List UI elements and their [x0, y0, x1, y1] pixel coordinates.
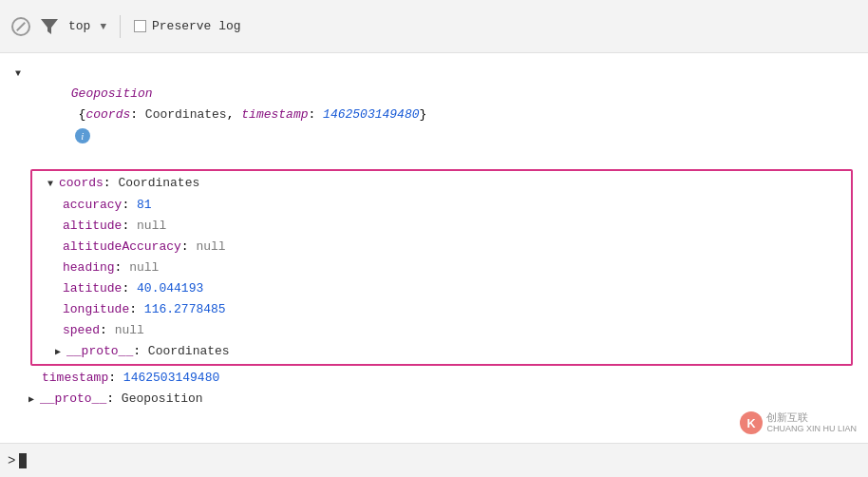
- altitude-line: altitude : null: [32, 216, 851, 237]
- proto-geo-key: __proto__: [40, 389, 106, 410]
- longitude-value: 116.2778485: [144, 299, 226, 320]
- preserve-log-checkbox[interactable]: [134, 20, 146, 32]
- prompt-icon: >: [8, 453, 15, 468]
- accuracy-value: 81: [137, 195, 152, 216]
- speed-line: speed : null: [32, 320, 851, 341]
- altitude-key: altitude: [63, 216, 122, 237]
- timestamp-line: timestamp : 1462503149480: [15, 368, 853, 389]
- accuracy-key: accuracy: [63, 195, 122, 216]
- preserve-log-label: Preserve log: [152, 19, 241, 33]
- watermark: K 创新互联 CHUANG XIN HU LIAN: [740, 410, 857, 435]
- context-selector[interactable]: top: [68, 19, 90, 33]
- accuracy-line: accuracy : 81: [32, 195, 851, 216]
- proto-geo-line: __proto__ : Geoposition: [15, 389, 853, 410]
- speed-value: null: [115, 320, 144, 341]
- coords-key: coords: [59, 173, 104, 194]
- toolbar: top ▼ Preserve log: [0, 0, 868, 53]
- bottom-bar: >: [0, 443, 868, 477]
- timestamp-key: timestamp: [42, 368, 108, 389]
- watermark-logo: K: [740, 411, 763, 434]
- heading-line: heading : null: [32, 258, 851, 278]
- context-value: top: [68, 19, 90, 33]
- no-entry-icon[interactable]: [11, 17, 30, 36]
- altitude-accuracy-value: null: [196, 237, 225, 258]
- geoposition-label: Geoposition: [71, 86, 153, 101]
- svg-text:K: K: [747, 417, 756, 430]
- coords-line: coords : Coordinates: [32, 173, 851, 194]
- longitude-key: longitude: [63, 299, 129, 320]
- dropdown-arrow-icon[interactable]: ▼: [100, 21, 106, 32]
- proto-geo-value: Geoposition: [122, 389, 203, 410]
- longitude-line: longitude : 116.2778485: [32, 299, 851, 320]
- preserve-log-area[interactable]: Preserve log: [134, 19, 241, 33]
- proto-geo-toggle[interactable]: [28, 389, 40, 410]
- altitude-accuracy-key: altitudeAccuracy: [63, 237, 181, 258]
- watermark-text: 创新互联 CHUANG XIN HU LIAN: [766, 410, 857, 435]
- svg-marker-0: [41, 19, 58, 34]
- geoposition-root-line: Geoposition {coords: Coordinates, timest…: [15, 63, 853, 167]
- proto-coords-key: __proto__: [66, 341, 133, 362]
- info-icon[interactable]: i: [75, 128, 90, 143]
- proto-coords-toggle[interactable]: [55, 341, 66, 362]
- proto-coords-value: Coordinates: [148, 341, 230, 362]
- filter-icon[interactable]: [40, 17, 59, 36]
- toolbar-separator: [120, 15, 121, 38]
- geoposition-toggle[interactable]: [15, 63, 27, 84]
- latitude-value: 40.044193: [137, 278, 203, 299]
- heading-value: null: [129, 258, 159, 278]
- latitude-line: latitude : 40.044193: [32, 278, 851, 299]
- coords-value: Coordinates: [118, 173, 199, 194]
- altitude-value: null: [137, 216, 166, 237]
- proto-coords-line: __proto__ : Coordinates: [32, 341, 851, 362]
- timestamp-value: 1462503149480: [123, 368, 219, 389]
- altitude-accuracy-line: altitudeAccuracy : null: [32, 237, 851, 258]
- heading-key: heading: [63, 258, 115, 278]
- main-content: Geoposition {coords: Coordinates, timest…: [0, 53, 868, 420]
- coords-toggle[interactable]: [47, 173, 59, 194]
- latitude-key: latitude: [63, 278, 122, 299]
- prompt-cursor: [19, 453, 27, 468]
- speed-key: speed: [63, 320, 100, 341]
